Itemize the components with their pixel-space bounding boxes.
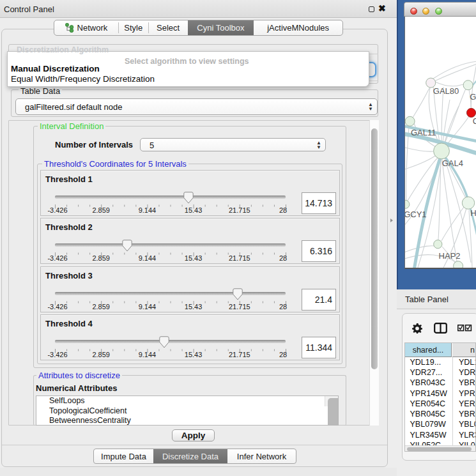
svg-text:GAL4: GAL4 (442, 158, 463, 168)
svg-text:HAP2: HAP2 (439, 251, 461, 261)
svg-text:GA: GA (470, 92, 476, 102)
svg-text:GAL11: GAL11 (411, 128, 436, 137)
svg-text:GAL80: GAL80 (433, 86, 459, 96)
svg-text:H: H (470, 208, 476, 218)
svg-text:GCY1: GCY1 (405, 210, 427, 219)
svg-text:CY: CY (473, 116, 476, 126)
